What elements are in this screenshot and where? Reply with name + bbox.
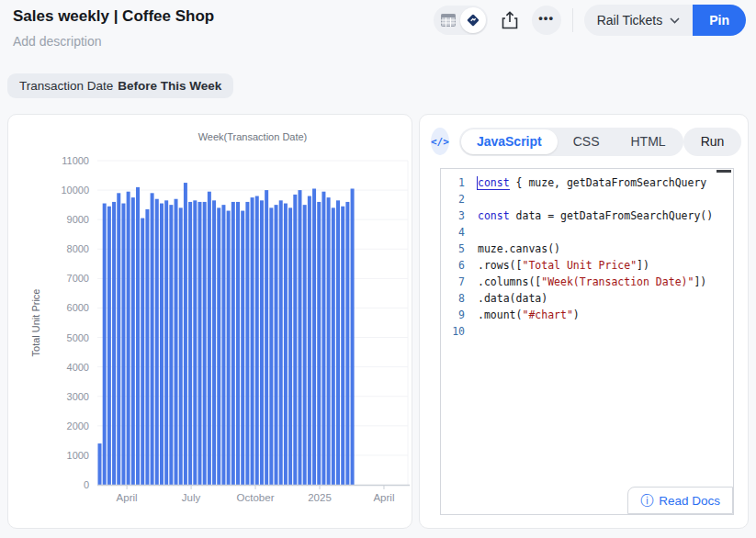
- description-placeholder[interactable]: Add description: [13, 34, 102, 49]
- header-divider: [572, 8, 573, 32]
- code-editor-panel: </> JavaScript CSS HTML Run 1const { muz…: [419, 114, 749, 529]
- ellipsis-icon: •••: [538, 12, 554, 29]
- read-docs-link[interactable]: ⓘ Read Docs: [627, 487, 733, 514]
- chevron-down-icon: [670, 17, 680, 24]
- tab-html[interactable]: HTML: [615, 129, 682, 154]
- svg-text:1000: 1000: [67, 450, 89, 461]
- svg-text:10000: 10000: [61, 185, 89, 196]
- read-docs-label: Read Docs: [659, 494, 720, 508]
- table-view-icon[interactable]: [441, 14, 456, 27]
- svg-text:July: July: [182, 492, 201, 503]
- svg-text:9000: 9000: [67, 214, 89, 225]
- code-lines: 1const { muze, getDataFromSearchQuery23c…: [441, 174, 733, 340]
- filter-chip-transaction-date[interactable]: Transaction Date Before This Week: [7, 73, 233, 98]
- svg-text:8000: 8000: [67, 243, 89, 254]
- run-button[interactable]: Run: [683, 128, 742, 156]
- svg-text:5000: 5000: [67, 332, 89, 343]
- filter-field-label: Transaction Date: [19, 79, 113, 93]
- svg-text:11000: 11000: [62, 155, 89, 166]
- editor-header: </> JavaScript CSS HTML Run: [431, 127, 737, 156]
- svg-text:October: October: [237, 492, 275, 503]
- page-title: Sales weekly | Coffee Shop: [13, 7, 214, 26]
- svg-text:Week(Transaction Date): Week(Transaction Date): [198, 131, 308, 142]
- bar-chart: Week(Transaction Date)010002000300040005…: [8, 115, 412, 528]
- svg-text:Total Unit Price: Total Unit Price: [30, 289, 41, 357]
- header-actions: ••• Rail Tickets Pin: [434, 4, 746, 37]
- code-icon: </>: [431, 128, 449, 155]
- svg-text:4000: 4000: [67, 362, 89, 373]
- svg-text:3000: 3000: [67, 391, 89, 402]
- dataset-selector[interactable]: Rail Tickets: [584, 5, 694, 36]
- more-options-button[interactable]: •••: [532, 6, 561, 35]
- editor-tab-group: JavaScript CSS HTML: [459, 128, 683, 156]
- code-textarea[interactable]: 1const { muze, getDataFromSearchQuery23c…: [440, 168, 734, 515]
- chart-panel: Week(Transaction Date)010002000300040005…: [7, 114, 412, 529]
- horizontal-scrollbar-thumb[interactable]: [717, 170, 731, 173]
- filter-value-label: Before This Week: [118, 79, 221, 93]
- svg-text:2025: 2025: [308, 492, 332, 503]
- dataset-selector-label: Rail Tickets: [597, 13, 663, 28]
- share-button[interactable]: [495, 6, 525, 35]
- chart-view-toggle[interactable]: [460, 7, 486, 33]
- muze-diamond-icon: [465, 12, 481, 28]
- svg-text:April: April: [373, 492, 394, 503]
- view-mode-toggle[interactable]: [434, 6, 488, 35]
- tab-javascript[interactable]: JavaScript: [461, 129, 558, 154]
- pin-button[interactable]: Pin: [693, 5, 746, 36]
- svg-text:April: April: [117, 492, 138, 503]
- dataset-pin-group: Rail Tickets Pin: [584, 5, 746, 36]
- svg-text:2000: 2000: [67, 420, 89, 432]
- svg-text:6000: 6000: [67, 302, 89, 313]
- share-icon: [502, 11, 518, 29]
- svg-text:7000: 7000: [67, 273, 89, 284]
- tab-css[interactable]: CSS: [558, 129, 615, 154]
- svg-text:0: 0: [84, 479, 89, 490]
- info-icon: ⓘ: [640, 494, 653, 507]
